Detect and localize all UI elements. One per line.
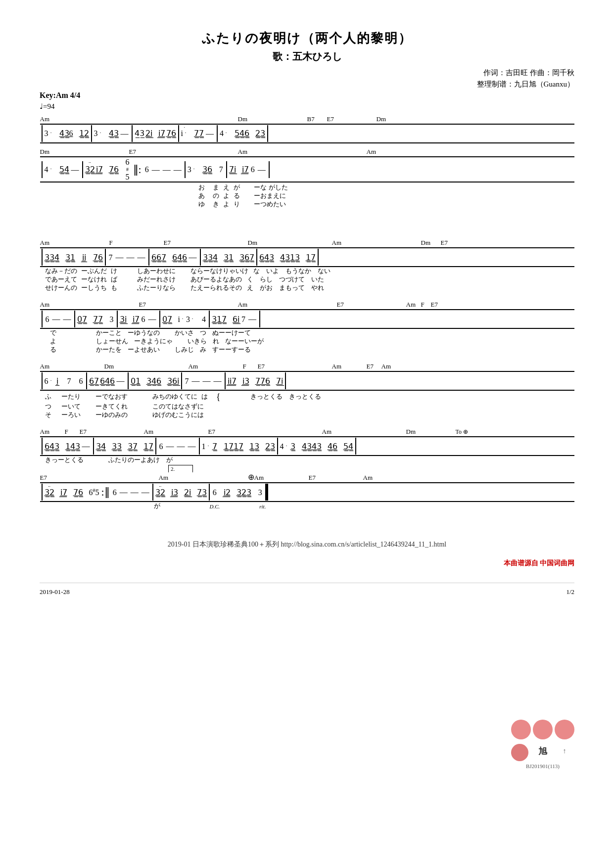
key-label: Key:Am bbox=[40, 91, 68, 100]
notes-row-1: 3 4̲3̲6 1̲2̲ 3 4̲3̲ — 4̲3̲ 2̲i̲ i̲7̲ 7̲6… bbox=[40, 124, 574, 143]
lyrics-row-5c: そ ーろい ーゆのみの ゆげのむこうには bbox=[40, 411, 574, 419]
score-row-1: Am Dm B7 E7 Dm 3 4̲3̲6 1̲2̲ 3 bbox=[40, 115, 574, 143]
lyrics-row-3b: であーえて ーなけれ ば みだーれさけ あびーるよなあの く らし つづけて い… bbox=[40, 275, 574, 284]
score-row-2: Dm E7 Am Am 4 5̲4̲ — 3̲2̲·· i̲7̲ bbox=[40, 147, 574, 209]
chords-row-1: Am Dm B7 E7 Dm bbox=[40, 115, 574, 124]
notes-row-4: 6 — — 0̲7̲ 7̲7̲ 3 3̲i̲ i̲7̲ 6 — 0̲7̲ i bbox=[40, 309, 574, 329]
lyrics-row-4c: る かーたを ーよせあい しみじ み すーーすーる bbox=[40, 346, 574, 354]
chords-row-7: E7 Am 2. ⊕ Am E7 Am bbox=[40, 472, 574, 482]
lyrics-row-4a: で かーこと ーゆうなの かいさ つ ぬーーけーて bbox=[40, 329, 574, 337]
lyrics-row-5b: つ ーいて ーきてくれ このてはなさずに bbox=[40, 403, 574, 411]
lyrics-row-2b: あ の よ る ーおまえに bbox=[40, 192, 574, 200]
chords-row-4: Am E7 Am E7 Am F E7 bbox=[40, 300, 574, 309]
chords-row-2: Dm E7 Am Am bbox=[40, 147, 574, 156]
footer-page: 1/2 bbox=[566, 588, 574, 596]
notes-row-3: 3̲3̲4̲ 3̲1̲ i̲i̲ 7̲6̲ 7 — — — 6̲6̲7̲ 6̲4… bbox=[40, 247, 574, 267]
meta-arranger: 整理制谱：九日旭（Guanxu） bbox=[40, 80, 574, 89]
score-row-3: Am F E7 Dm Am Dm E7 3̲3̲4̲ 3̲1̲ i bbox=[40, 238, 574, 292]
main-title: ふたりの夜明け（两个人的黎明） bbox=[40, 30, 574, 47]
lyrics-row-2c: ゆ き よ り ーつめたい bbox=[40, 200, 574, 209]
notes-row-7: 3̲2̲·· i̲7̲ 7̲6̲ 6#5 :‖ 6 — — — 3̲2̲·· i… bbox=[40, 482, 574, 502]
watermark-code: BJ201901(113) bbox=[511, 763, 574, 769]
score-row-4: Am E7 Am E7 Am F E7 6 — — 0̲7̲ bbox=[40, 300, 574, 354]
score-row-5: Am Dm Am F E7 Am E7 Am 6 i̲ 7 bbox=[40, 362, 574, 419]
music-sheet: Am Dm B7 E7 Dm 3 4̲3̲6 1̲2̲ 3 bbox=[40, 115, 574, 510]
meta-composer: 作词：吉田旺 作曲：岡千秋 bbox=[40, 68, 574, 78]
score-row-6: Am F E7 Am E7 Am Dm To ⊕ 6̲4̲3̲ 1 bbox=[40, 427, 574, 464]
lyrics-row-7a: が D.C. rit. bbox=[40, 502, 574, 510]
lyrics-row-2a: お ま え が ーながした bbox=[40, 183, 574, 192]
watermark: 旭 ↑ BJ201901(113) bbox=[511, 720, 574, 769]
notes-row-5: 6 i̲ 7 6 6̲7̲ 6̲4̲6̲ — 0̲1̲ 3̲4̲6̲ 3̲6̲i… bbox=[40, 371, 574, 391]
notes-row-6: 6̲4̲3̲ 1̲4̲3̲ — 3̲4̲ 3̲3̲ 3̲7̲ 1̲7̲ 6 — … bbox=[40, 436, 574, 456]
chords-row-6: Am F E7 Am E7 Am Dm To ⊕ bbox=[40, 427, 574, 436]
chords-row-3: Am F E7 Dm Am Dm E7 bbox=[40, 238, 574, 247]
time-sig: 4/4 bbox=[70, 91, 80, 100]
sub-title: 歌：五木ひろし bbox=[40, 50, 574, 63]
lyrics-row-5a: ふ ーたり ーでなおす みちのゆくてに は ｛ きっとくる きっとくる bbox=[40, 391, 574, 403]
bottom-text: 2019-01 日本演歌珍稀圣典100＋系列 http://blog.sina.… bbox=[40, 540, 574, 549]
footer: 2019-01-28 1/2 bbox=[40, 583, 574, 596]
score-row-7: E7 Am 2. ⊕ Am E7 Am 3̲2̲·· i̲7̲ bbox=[40, 472, 574, 510]
title-section: ふたりの夜明け（两个人的黎明） 歌：五木ひろし bbox=[40, 30, 574, 63]
lyrics-row-3a: なみ－だの ーぶんだ け しあーわせに ならーなけりゃいけ な いよ もうなか … bbox=[40, 267, 574, 275]
footer-date: 2019-01-28 bbox=[40, 588, 70, 596]
lyrics-row-4b: よ しょーせん ーきようにゃ いきら れ なーーいーが bbox=[40, 337, 574, 346]
source-tag: 本曲谱源自 中国词曲网 bbox=[40, 559, 574, 568]
lyrics-row-3c: せけーんの ーしうち も ふたーりなら たえーられるその え がお まもって や… bbox=[40, 284, 574, 292]
notes-row-2: 4 5̲4̲ — 3̲2̲·· i̲7̲ 7̲6̲ 6#5 ‖: 6 — — — bbox=[40, 156, 574, 183]
chords-row-5: Am Dm Am F E7 Am E7 Am bbox=[40, 362, 574, 371]
tempo: ♩=94 bbox=[40, 102, 574, 111]
lyrics-row-6a: きっーとくる ふたりのーよあけ が bbox=[40, 456, 574, 464]
watermark-circles: 旭 ↑ bbox=[511, 720, 574, 761]
